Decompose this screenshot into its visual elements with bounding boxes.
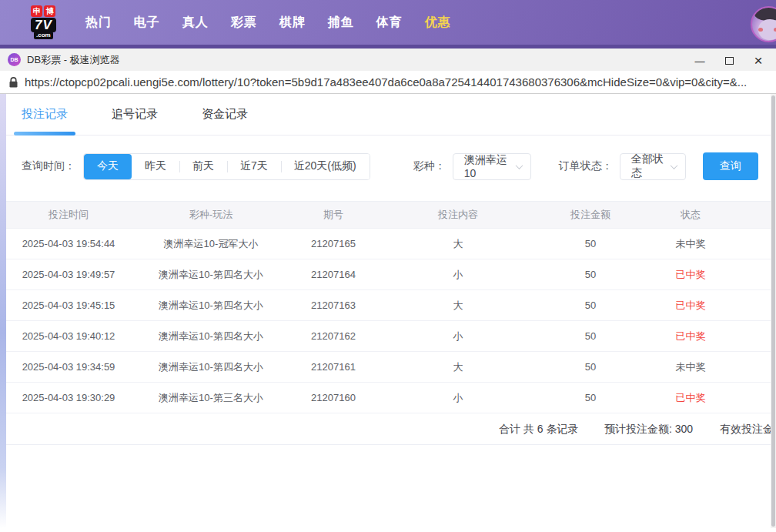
summary-estimated-amount: 预计投注金额: 300 [604,413,693,445]
table-row: 2025-04-03 19:30:29 澳洲幸运10-第三名大小 2120716… [6,383,776,413]
close-button[interactable]: × [744,51,773,71]
cell-issue: 21207160 [291,392,376,403]
cell-bet-time: 2025-04-03 19:34:59 [6,361,131,373]
cell-status: 已中奖 [641,268,741,282]
vertical-scrollbar[interactable] [771,94,776,528]
nav-item-hot[interactable]: 热门 [85,15,112,31]
status-select-value: 全部状态 [631,152,671,180]
cell-game: 澳洲幸运10-第四名大小 [131,299,291,313]
col-header-status: 状态 [641,208,741,222]
cell-issue: 21207161 [291,361,376,373]
col-header-game: 彩种-玩法 [131,208,291,222]
cell-bet-time: 2025-04-03 19:45:15 [6,299,131,311]
nav-item-lottery[interactable]: 彩票 [231,15,257,31]
col-header-content: 投注内容 [376,208,540,222]
table-summary-row: 合计 共 6 条记录 预计投注金额: 300 有效投注金 [6,413,776,445]
time-option-yesterday[interactable]: 昨天 [132,154,179,179]
cell-amount: 50 [540,330,641,342]
scrollbar-thumb[interactable] [771,95,775,527]
tab-label: 追号记录 [112,107,158,122]
url-text: https://ctopcp02pcali.uengi5e.com/lotter… [25,75,747,89]
minimize-button[interactable]: — [685,51,714,71]
nav-item-promotions[interactable]: 优惠 [425,15,451,31]
avatar-hair-bun [757,6,764,13]
cell-status: 已中奖 [641,391,741,405]
lottery-select[interactable]: 澳洲幸运10 [453,153,531,180]
window-title: DB彩票 - 极速浏览器 [27,53,120,67]
nav-item-sports[interactable]: 体育 [376,15,403,31]
brand-suffix-text: .com [34,32,53,39]
nav-item-fishing[interactable]: 捕鱼 [328,15,354,31]
time-option-day-before[interactable]: 前天 [179,154,227,179]
tab-label: 资金记录 [202,107,248,122]
window-controls: — × [685,51,773,71]
cell-game: 澳洲幸运10-第四名大小 [131,268,291,282]
status-filter-label: 订单状态： [559,159,613,173]
table-header-row: 投注时间 彩种-玩法 期号 投注内容 投注金额 状态 [6,201,776,229]
site-top-nav: 申 博 7V .com 热门 电子 真人 彩票 棋牌 捕鱼 体育 优惠 [0,0,776,49]
table-row: 2025-04-03 19:45:15 澳洲幸运10-第四名大小 2120716… [6,290,776,321]
brand-badge-left: 申 [31,5,42,17]
page-edge-gradient [0,94,6,528]
maximize-button[interactable] [714,51,744,71]
nav-item-board-games[interactable]: 棋牌 [279,15,306,31]
cell-bet-time: 2025-04-03 19:40:12 [6,330,131,342]
summary-valid-amount: 有效投注金 [720,413,774,445]
time-option-today[interactable]: 今天 [84,154,132,179]
col-header-amount: 投注金额 [540,208,641,222]
cell-status: 已中奖 [641,299,741,313]
chevron-down-icon [515,162,523,169]
maximize-icon [725,57,734,65]
address-bar[interactable]: https://ctopcp02pcali.uengi5e.com/lotter… [0,71,776,94]
brand-main-text: 7V [31,18,56,32]
cell-amount: 50 [540,238,641,249]
cell-issue: 21207163 [291,299,376,311]
summary-record-count: 合计 共 6 条记录 [499,413,578,445]
tab-fund-records[interactable]: 资金记录 [202,94,248,135]
brand-badge-right: 博 [44,5,55,17]
tab-bet-records[interactable]: 投注记录 [22,94,68,135]
avatar-blush [758,28,763,32]
brand-logo[interactable]: 申 博 7V .com [31,5,56,39]
user-avatar[interactable] [751,6,776,42]
cell-status: 未中奖 [641,360,741,374]
filter-bar: 查询时间： 今天 昨天 前天 近7天 近20天(低频) 彩种： 澳洲幸运10 订… [22,152,776,180]
table-row: 2025-04-03 19:40:12 澳洲幸运10-第四名大小 2120716… [6,321,776,352]
chevron-down-icon [670,162,677,169]
cell-amount: 50 [540,269,641,280]
time-option-last-20-days[interactable]: 近20天(低频) [281,154,370,179]
nav-item-live[interactable]: 真人 [182,15,209,31]
cell-content: 小 [376,391,540,405]
time-filter-label: 查询时间： [22,159,75,173]
brand-badges: 申 博 [31,5,55,17]
records-card: 投注记录 追号记录 资金记录 查询时间： 今天 昨天 前天 近7天 近20天(低… [6,94,776,528]
table-row: 2025-04-03 19:49:57 澳洲幸运10-第四名大小 2120716… [6,259,776,290]
active-tab-underline [14,132,75,136]
cell-issue: 21207165 [291,238,376,249]
tab-chase-records[interactable]: 追号记录 [112,94,158,135]
cell-status: 未中奖 [641,237,741,251]
cell-amount: 50 [540,392,641,403]
time-option-last-7-days[interactable]: 近7天 [227,154,281,179]
cell-game: 澳洲幸运10-第四名大小 [131,360,291,374]
cell-status: 已中奖 [641,330,741,343]
tab-label: 投注记录 [22,107,68,122]
order-status-select[interactable]: 全部状态 [620,153,686,180]
lottery-select-value: 澳洲幸运10 [464,153,517,179]
cell-content: 大 [376,360,540,374]
cell-content: 大 [376,237,540,251]
table-row: 2025-04-03 19:54:44 澳洲幸运10-冠军大小 21207165… [6,229,776,259]
cell-bet-time: 2025-04-03 19:49:57 [6,269,131,280]
time-range-group: 今天 昨天 前天 近7天 近20天(低频) [83,153,370,180]
cell-game: 澳洲幸运10-第四名大小 [131,330,291,343]
cell-game: 澳洲幸运10-冠军大小 [131,237,291,251]
cell-content: 小 [376,268,540,282]
page-content: 投注记录 追号记录 资金记录 查询时间： 今天 昨天 前天 近7天 近20天(低… [0,94,776,528]
search-button[interactable]: 查询 [703,152,758,180]
nav-item-slots[interactable]: 电子 [134,15,160,31]
record-tab-bar: 投注记录 追号记录 资金记录 [6,94,776,136]
cell-issue: 21207162 [291,330,376,342]
col-header-issue: 期号 [291,208,376,222]
cell-issue: 21207164 [291,269,376,280]
bet-records-table: 投注时间 彩种-玩法 期号 投注内容 投注金额 状态 2025-04-03 19… [6,201,776,445]
